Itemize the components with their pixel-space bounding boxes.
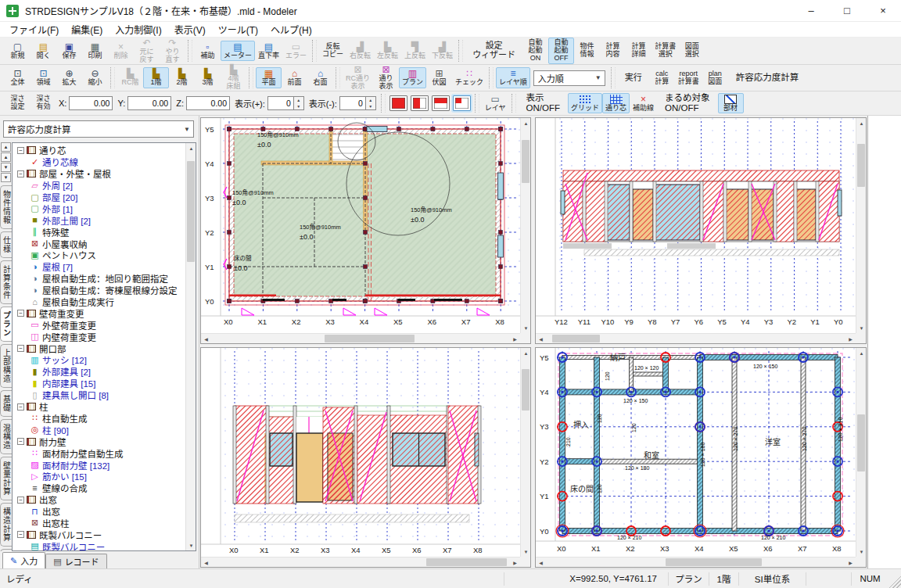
maximize-button[interactable]: □ [829,0,865,21]
foundation-plan-view-hscrollbar[interactable]: ◀▶ [536,557,856,567]
layout-single-button[interactable] [389,95,407,111]
calc-button[interactable]: calc 計算 [649,69,675,87]
hscroll-thumb[interactable] [426,558,507,566]
calc-content-button[interactable]: 計算 内容 [600,41,626,59]
fusezu-button[interactable]: ⊞伏図 [426,67,452,88]
rail-scroll-button-0[interactable]: ▲ [1,142,11,152]
tree-expander-icon[interactable]: − [17,531,24,538]
hscroll-track[interactable] [211,558,510,567]
tree-expander-icon[interactable]: − [17,403,24,411]
tree-item[interactable]: ⊠出窓柱 [14,518,185,529]
flip-copy-button[interactable]: 反転 コピー [319,41,346,59]
property-info-button[interactable]: 物件 情報 [574,41,600,59]
tree-item[interactable]: ■外部土間 [2] [14,214,185,226]
menu-item-1[interactable]: 編集(E) [65,23,109,36]
scroll-right-icon[interactable]: ▶ [510,334,520,344]
hscroll-track[interactable] [211,334,510,343]
tree-item[interactable]: ▨面材耐力壁 [132] [14,459,185,471]
rail-tab-structure-calc[interactable]: 構造計算 [0,503,12,547]
depth-setting-button[interactable]: 深さ 設定 [5,94,31,112]
scroll-up-icon[interactable]: ▲ [856,118,867,128]
floor-3-button[interactable]: ▙3階 [195,67,221,88]
tree-expander-icon[interactable]: − [17,147,24,154]
vscroll-track[interactable] [521,128,530,323]
meter-button[interactable]: ▤メーター [221,41,255,62]
scroll-down-icon[interactable]: ▼ [856,547,867,557]
tree-item[interactable]: −通り芯 [14,145,185,156]
tree-item[interactable]: ◎柱 [90] [14,424,185,436]
foundation-plan-view[interactable]: X0X1X2X3X4X5X6X7X8Y5Y4Y3Y2Y1Y0120 × 1201… [536,348,856,557]
display-minus-spinner-input[interactable]: 0 [339,96,366,110]
scroll-up-icon[interactable]: ▲ [186,143,196,153]
plan-view-button[interactable]: ▦平面 [256,67,282,88]
z-coord-field-input[interactable]: 0.00 [186,96,230,110]
plan-view-1f-vscrollbar[interactable]: ▲▼ [520,118,530,333]
tree-expander-icon[interactable]: − [17,438,24,445]
right-elevation-view-hscrollbar[interactable]: ◀▶ [536,333,856,343]
auto-start-off-button[interactable]: 自動 起動 OFF [548,38,574,63]
front-elevation-view-vscrollbar[interactable]: ▲▼ [520,348,530,557]
tree-item[interactable]: ▢部屋 [20] [14,192,185,203]
tree-item[interactable]: ▥サッシ [12] [14,354,185,366]
y-coord-field-input[interactable]: 0.00 [127,96,171,110]
chokkaritsu-button[interactable]: ▤直下率 [255,41,282,62]
input-order-combo[interactable]: 入力順▼ [533,70,605,86]
tree-item[interactable]: ▯建具無し開口 [8] [14,389,185,401]
rail-scroll-button-2[interactable]: ▼ [1,163,11,172]
rail-tab-specs[interactable]: 仕様 [0,231,12,258]
tree-item[interactable]: ▱外周 [2] [14,180,185,192]
open-button[interactable]: ▤開く [31,41,56,62]
rail-scroll-button-3[interactable]: ▼ [1,173,11,182]
vscroll-thumb[interactable] [522,369,529,411]
rail-tab-mixed-structure[interactable]: 混構造 [0,419,12,454]
resize-grip[interactable] [888,569,901,588]
plan-view-1f-hscrollbar[interactable]: ◀▶ [201,333,520,343]
hojosen-button[interactable]: ×補助線 [630,93,657,114]
tree-item[interactable]: ▣ペントハウス [14,249,185,261]
check-button[interactable]: ∷チェック [452,67,486,88]
tree-item[interactable]: ▭外壁荷重変更 [14,319,185,331]
right-elevation-view-vscrollbar[interactable]: ▲▼ [856,118,866,333]
report-select-button[interactable]: 計算書 選択 [652,41,679,59]
tree-item[interactable]: −壁荷重変更 [14,307,185,319]
tree-expander-icon[interactable]: − [17,310,24,317]
torishin-button[interactable]: 通り芯 [602,93,630,114]
vscroll-thumb[interactable] [857,144,865,187]
tree-item[interactable]: ∷面材耐力壁自動生成 [14,447,185,459]
menu-item-0[interactable]: ファイル(F) [3,23,65,36]
floor-1-button[interactable]: ▙1階 [143,67,169,88]
auto-start-on-button[interactable]: 自動 起動 ON [522,38,548,63]
rail-tab-plan[interactable]: プラン [0,307,12,342]
rail-tab-calc-conditions[interactable]: 計算条件 [0,260,12,304]
scroll-down-icon[interactable]: ▼ [521,547,531,557]
scroll-right-icon[interactable]: ▶ [845,558,856,568]
scroll-up-icon[interactable]: ▲ [856,348,867,358]
tree-item[interactable]: ◫内壁荷重変更 [14,331,185,342]
plan-display-button[interactable]: ▥プラン [399,67,426,88]
hscroll-thumb[interactable] [325,335,415,342]
depth-enable-button[interactable]: 深さ 有効 [31,94,56,112]
hscroll-track[interactable] [546,558,845,567]
rail-tab-upper-structure[interactable]: 上部構造 [0,344,12,388]
calc-detail-button[interactable]: 計算 詳細 [626,41,652,59]
mode-combo[interactable]: 許容応力度計算 ▼ [3,120,194,138]
hscroll-track[interactable] [546,334,845,343]
tree-item[interactable]: ∷柱自動生成 [14,412,185,424]
hscroll-thumb[interactable] [552,335,600,342]
scroll-left-icon[interactable]: ◀ [201,558,211,568]
front-elevation-view-hscrollbar[interactable]: ◀▶ [201,557,520,567]
minimize-button[interactable]: – [793,0,829,21]
tree-item[interactable]: ◑屋根自動生成：地回り範囲指定 [14,273,185,285]
settings-wizard-button[interactable]: 設定 ウィザード [465,38,522,64]
layer-order-button[interactable]: ≡レイヤ順 [496,67,530,88]
tab-record[interactable]: ▤レコード [45,554,106,568]
scroll-right-icon[interactable]: ▶ [845,334,856,344]
tree-item[interactable]: −部屋・外壁・屋根 [14,168,185,180]
display-plus-spinner-arrows[interactable]: ▲▼ [294,96,304,110]
right-elevation-view[interactable]: Y12Y11Y10Y9Y8Y7Y6Y5Y4Y3Y2Y1Y0 [536,118,856,333]
menu-item-3[interactable]: 表示(V) [168,23,212,36]
zoom-in-button[interactable]: ⊕拡大 [56,67,82,88]
tree-item[interactable]: ∥特殊壁 [14,226,185,238]
tree-item[interactable]: ▷筋かい [15] [14,471,185,482]
tree-scroll-track[interactable] [186,153,196,540]
